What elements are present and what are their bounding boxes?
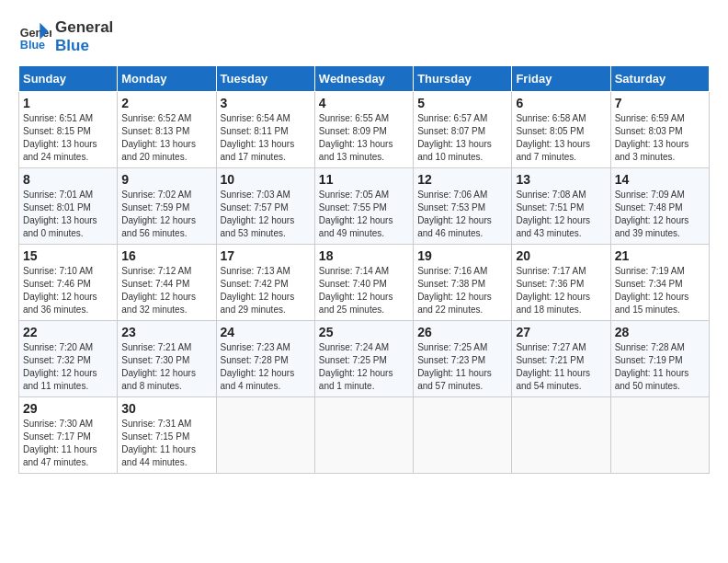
day-number: 3 <box>221 96 311 110</box>
day-cell: 11Sunrise: 7:05 AM Sunset: 7:55 PM Dayli… <box>314 167 413 244</box>
header-row: SundayMondayTuesdayWednesdayThursdayFrid… <box>19 65 710 91</box>
day-info: Sunrise: 7:27 AM Sunset: 7:21 PM Dayligh… <box>516 341 606 393</box>
day-number: 26 <box>417 325 507 339</box>
day-number: 30 <box>121 401 211 416</box>
day-info: Sunrise: 7:05 AM Sunset: 7:55 PM Dayligh… <box>319 189 409 240</box>
day-number: 6 <box>516 96 606 110</box>
day-cell: 3Sunrise: 6:54 AM Sunset: 8:11 PM Daylig… <box>216 91 314 167</box>
day-info: Sunrise: 7:14 AM Sunset: 7:40 PM Dayligh… <box>319 265 409 316</box>
day-cell: 24Sunrise: 7:23 AM Sunset: 7:28 PM Dayli… <box>216 320 314 396</box>
day-info: Sunrise: 7:19 AM Sunset: 7:34 PM Dayligh… <box>615 265 705 316</box>
day-cell: 17Sunrise: 7:13 AM Sunset: 7:42 PM Dayli… <box>216 244 314 320</box>
day-number: 16 <box>121 248 211 263</box>
day-cell: 2Sunrise: 6:52 AM Sunset: 8:13 PM Daylig… <box>118 91 216 167</box>
day-cell <box>610 396 709 473</box>
calendar-table: SundayMondayTuesdayWednesdayThursdayFrid… <box>18 65 710 474</box>
day-number: 20 <box>516 248 606 263</box>
day-number: 18 <box>319 248 409 263</box>
day-cell: 9Sunrise: 7:02 AM Sunset: 7:59 PM Daylig… <box>118 167 216 244</box>
week-row-1: 1Sunrise: 6:51 AM Sunset: 8:15 PM Daylig… <box>19 91 710 167</box>
day-info: Sunrise: 7:31 AM Sunset: 7:15 PM Dayligh… <box>121 418 211 469</box>
day-number: 13 <box>516 172 606 187</box>
day-cell: 13Sunrise: 7:08 AM Sunset: 7:51 PM Dayli… <box>512 167 610 244</box>
logo-general: General <box>55 18 113 37</box>
day-number: 9 <box>121 172 211 187</box>
day-cell: 18Sunrise: 7:14 AM Sunset: 7:40 PM Dayli… <box>314 244 413 320</box>
column-header-friday: Friday <box>512 65 610 91</box>
day-number: 8 <box>23 172 113 187</box>
day-number: 11 <box>319 172 409 187</box>
week-row-5: 29Sunrise: 7:30 AM Sunset: 7:17 PM Dayli… <box>19 396 710 473</box>
day-cell: 16Sunrise: 7:12 AM Sunset: 7:44 PM Dayli… <box>118 244 216 320</box>
day-number: 10 <box>221 172 311 187</box>
week-row-3: 15Sunrise: 7:10 AM Sunset: 7:46 PM Dayli… <box>19 244 710 320</box>
day-cell <box>414 396 512 473</box>
day-number: 22 <box>23 325 113 339</box>
logo-blue: Blue <box>55 37 113 55</box>
day-cell <box>216 396 314 473</box>
day-number: 29 <box>23 401 113 416</box>
day-info: Sunrise: 7:20 AM Sunset: 7:32 PM Dayligh… <box>23 341 113 393</box>
day-cell: 7Sunrise: 6:59 AM Sunset: 8:03 PM Daylig… <box>610 91 709 167</box>
day-info: Sunrise: 7:10 AM Sunset: 7:46 PM Dayligh… <box>23 265 113 316</box>
day-info: Sunrise: 7:30 AM Sunset: 7:17 PM Dayligh… <box>23 418 113 469</box>
day-info: Sunrise: 6:59 AM Sunset: 8:03 PM Dayligh… <box>615 112 705 164</box>
day-number: 19 <box>417 248 507 263</box>
day-cell: 14Sunrise: 7:09 AM Sunset: 7:48 PM Dayli… <box>610 167 709 244</box>
column-header-wednesday: Wednesday <box>314 65 413 91</box>
day-info: Sunrise: 7:23 AM Sunset: 7:28 PM Dayligh… <box>221 341 311 393</box>
day-info: Sunrise: 7:16 AM Sunset: 7:38 PM Dayligh… <box>417 265 507 316</box>
column-header-tuesday: Tuesday <box>216 65 314 91</box>
day-cell: 15Sunrise: 7:10 AM Sunset: 7:46 PM Dayli… <box>19 244 118 320</box>
day-info: Sunrise: 7:03 AM Sunset: 7:57 PM Dayligh… <box>221 189 311 240</box>
logo-icon: General Blue <box>18 20 51 53</box>
day-number: 1 <box>23 96 113 110</box>
day-info: Sunrise: 7:02 AM Sunset: 7:59 PM Dayligh… <box>121 189 211 240</box>
day-number: 14 <box>615 172 705 187</box>
day-cell: 8Sunrise: 7:01 AM Sunset: 8:01 PM Daylig… <box>19 167 118 244</box>
day-number: 28 <box>615 325 705 339</box>
day-info: Sunrise: 7:12 AM Sunset: 7:44 PM Dayligh… <box>121 265 211 316</box>
day-info: Sunrise: 7:25 AM Sunset: 7:23 PM Dayligh… <box>417 341 507 393</box>
day-cell: 30Sunrise: 7:31 AM Sunset: 7:15 PM Dayli… <box>118 396 216 473</box>
day-info: Sunrise: 6:57 AM Sunset: 8:07 PM Dayligh… <box>417 112 507 164</box>
day-info: Sunrise: 6:55 AM Sunset: 8:09 PM Dayligh… <box>319 112 409 164</box>
day-number: 7 <box>615 96 705 110</box>
day-info: Sunrise: 7:06 AM Sunset: 7:53 PM Dayligh… <box>417 189 507 240</box>
day-number: 2 <box>121 96 211 110</box>
day-info: Sunrise: 6:58 AM Sunset: 8:05 PM Dayligh… <box>516 112 606 164</box>
day-cell: 25Sunrise: 7:24 AM Sunset: 7:25 PM Dayli… <box>314 320 413 396</box>
day-cell: 21Sunrise: 7:19 AM Sunset: 7:34 PM Dayli… <box>610 244 709 320</box>
day-number: 12 <box>417 172 507 187</box>
day-cell: 5Sunrise: 6:57 AM Sunset: 8:07 PM Daylig… <box>414 91 512 167</box>
day-info: Sunrise: 6:54 AM Sunset: 8:11 PM Dayligh… <box>221 112 311 164</box>
day-cell: 28Sunrise: 7:28 AM Sunset: 7:19 PM Dayli… <box>610 320 709 396</box>
day-number: 4 <box>319 96 409 110</box>
day-number: 23 <box>121 325 211 339</box>
logo: General Blue General Blue <box>18 18 113 56</box>
day-info: Sunrise: 7:17 AM Sunset: 7:36 PM Dayligh… <box>516 265 606 316</box>
day-info: Sunrise: 7:08 AM Sunset: 7:51 PM Dayligh… <box>516 189 606 240</box>
day-cell: 4Sunrise: 6:55 AM Sunset: 8:09 PM Daylig… <box>314 91 413 167</box>
day-cell: 29Sunrise: 7:30 AM Sunset: 7:17 PM Dayli… <box>19 396 118 473</box>
week-row-4: 22Sunrise: 7:20 AM Sunset: 7:32 PM Dayli… <box>19 320 710 396</box>
day-cell: 27Sunrise: 7:27 AM Sunset: 7:21 PM Dayli… <box>512 320 610 396</box>
page-header: General Blue General Blue <box>18 18 710 56</box>
day-cell: 19Sunrise: 7:16 AM Sunset: 7:38 PM Dayli… <box>414 244 512 320</box>
day-number: 5 <box>417 96 507 110</box>
day-cell: 20Sunrise: 7:17 AM Sunset: 7:36 PM Dayli… <box>512 244 610 320</box>
day-cell: 1Sunrise: 6:51 AM Sunset: 8:15 PM Daylig… <box>19 91 118 167</box>
day-number: 17 <box>221 248 311 263</box>
day-cell: 23Sunrise: 7:21 AM Sunset: 7:30 PM Dayli… <box>118 320 216 396</box>
day-info: Sunrise: 7:13 AM Sunset: 7:42 PM Dayligh… <box>221 265 311 316</box>
day-number: 27 <box>516 325 606 339</box>
day-cell: 26Sunrise: 7:25 AM Sunset: 7:23 PM Dayli… <box>414 320 512 396</box>
day-cell: 22Sunrise: 7:20 AM Sunset: 7:32 PM Dayli… <box>19 320 118 396</box>
day-number: 21 <box>615 248 705 263</box>
day-info: Sunrise: 6:51 AM Sunset: 8:15 PM Dayligh… <box>23 112 113 164</box>
column-header-thursday: Thursday <box>414 65 512 91</box>
day-number: 25 <box>319 325 409 339</box>
week-row-2: 8Sunrise: 7:01 AM Sunset: 8:01 PM Daylig… <box>19 167 710 244</box>
day-cell <box>512 396 610 473</box>
day-info: Sunrise: 7:01 AM Sunset: 8:01 PM Dayligh… <box>23 189 113 240</box>
